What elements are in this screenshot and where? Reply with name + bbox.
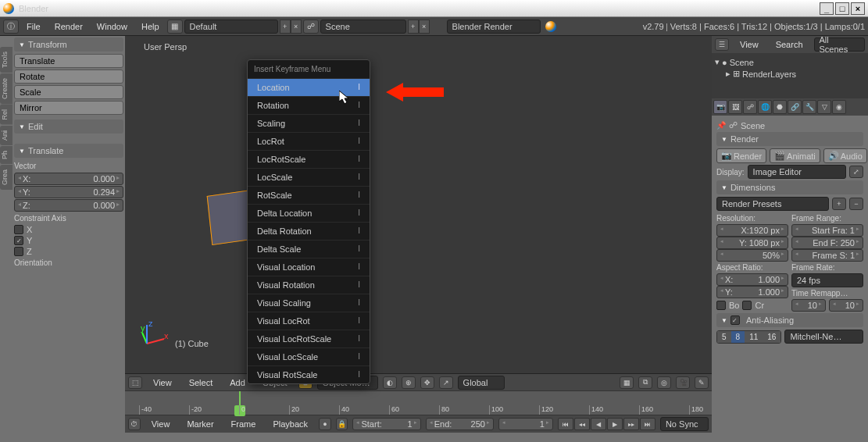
transform-panel-header[interactable]: Transform	[14, 37, 123, 52]
render-preview-icon[interactable]: 🎥	[676, 376, 690, 389]
editor-type-3dview-icon[interactable]: ⬚	[128, 376, 142, 389]
vector-x-field[interactable]: X:0.000	[14, 173, 123, 185]
keyframe-prev-button[interactable]: ◂◂	[574, 418, 590, 430]
kf-location[interactable]: LocationI	[248, 78, 370, 96]
vector-y-field[interactable]: Y:0.294	[14, 186, 123, 198]
timeline-ruler[interactable]: -40 -20 0 20 40 60 80 100 120 140 160 18…	[125, 390, 712, 415]
res-x-field[interactable]: X:1920 px	[716, 224, 788, 237]
tab-physics[interactable]: Ph	[0, 146, 13, 164]
vp-menu-select[interactable]: Select	[183, 378, 220, 387]
snap-icon[interactable]: ⧉	[638, 376, 652, 389]
tab-grease[interactable]: Grea	[0, 165, 13, 190]
tab-modifiers-icon[interactable]: 🔧	[802, 100, 816, 114]
autokey-icon[interactable]: ●	[319, 418, 331, 430]
menu-file[interactable]: File	[20, 22, 47, 31]
rotate-button[interactable]: Rotate	[14, 70, 123, 84]
jump-end-button[interactable]: ⏭	[640, 418, 655, 430]
layout-dropdown[interactable]: Default	[184, 20, 278, 34]
aa-panel-header[interactable]: ✓Anti-Aliasing	[716, 313, 863, 327]
tab-material-icon[interactable]: ◉	[832, 100, 846, 114]
res-y-field[interactable]: Y: 1080 px	[716, 237, 788, 249]
outliner-editor-icon[interactable]: ☰	[715, 38, 729, 51]
shading-icon[interactable]: ◐	[383, 376, 397, 389]
res-pct-field[interactable]: 50%	[716, 249, 788, 262]
aspect-y-field[interactable]: Y:1.000	[716, 286, 788, 298]
play-reverse-button[interactable]: ◀	[591, 418, 606, 430]
operator-panel-header[interactable]: Translate	[14, 144, 123, 158]
tab-object-icon[interactable]: ⬣	[773, 100, 787, 114]
sync-dropdown[interactable]: No Sync	[660, 417, 709, 431]
edit-panel-header[interactable]: Edit	[14, 119, 123, 134]
tl-menu-playback[interactable]: Playback	[266, 419, 314, 429]
jump-start-button[interactable]: ⏮	[558, 418, 573, 430]
tab-relations[interactable]: Rel	[0, 105, 13, 125]
crop-checkbox[interactable]: Cr	[742, 300, 764, 311]
preset-remove-icon[interactable]: −	[849, 198, 863, 210]
editor-type-icon[interactable]: ⓘ	[3, 20, 19, 34]
kf-scaling[interactable]: ScalingI	[248, 114, 370, 132]
constraint-z-checkbox[interactable]: Z	[14, 246, 123, 257]
tab-render-icon[interactable]: 📷	[713, 100, 727, 114]
pin-icon[interactable]: 📌	[716, 121, 726, 130]
layout-add-remove[interactable]: +×	[280, 20, 302, 34]
constraint-x-checkbox[interactable]: X	[14, 224, 123, 235]
kf-visual-locrotscale[interactable]: Visual LocRotScaleI	[248, 330, 370, 348]
fps-dropdown[interactable]: 24 fps	[791, 273, 863, 287]
outliner-filter-dropdown[interactable]: All Scenes	[814, 37, 865, 52]
tab-data-icon[interactable]: ▽	[817, 100, 831, 114]
play-button[interactable]: ▶	[607, 418, 623, 430]
kf-delta-rotation[interactable]: Delta RotationI	[248, 222, 370, 240]
scene-browse-icon[interactable]: ☍	[303, 20, 319, 34]
tl-menu-frame[interactable]: Frame	[225, 419, 263, 429]
close-button[interactable]: ×	[851, 2, 865, 15]
orientation-dropdown[interactable]: Global	[458, 376, 505, 390]
outliner-row-scene[interactable]: ▾●Scene	[715, 56, 865, 68]
remap-old-field[interactable]: 10	[791, 299, 826, 312]
kf-delta-scale[interactable]: Delta ScaleI	[248, 240, 370, 258]
tl-menu-marker[interactable]: Marker	[180, 419, 220, 429]
tab-world-icon[interactable]: 🌐	[758, 100, 772, 114]
remap-new-field[interactable]: 10	[829, 299, 863, 312]
aa-filter-dropdown[interactable]: Mitchell-Ne…	[784, 330, 863, 344]
tab-animation[interactable]: Ani	[0, 126, 13, 145]
scene-dropdown[interactable]: Scene	[320, 20, 406, 34]
maximize-button[interactable]: □	[835, 2, 849, 15]
pivot-icon[interactable]: ⊕	[402, 376, 416, 389]
tl-menu-view[interactable]: View	[145, 419, 177, 429]
tab-create[interactable]: Create	[0, 73, 13, 104]
menu-window[interactable]: Window	[91, 22, 134, 31]
render-button[interactable]: 📷Render	[716, 148, 766, 163]
kf-visual-rotation[interactable]: Visual RotationI	[248, 276, 370, 294]
kf-locrot[interactable]: LocRotI	[248, 132, 370, 150]
render-panel-header[interactable]: Render	[716, 132, 863, 146]
manipulator-move-icon[interactable]: ↗	[439, 376, 453, 389]
mirror-button[interactable]: Mirror	[14, 101, 123, 115]
kf-rotation[interactable]: RotationI	[248, 96, 370, 114]
start-frame-field[interactable]: Start:1	[352, 418, 420, 430]
preset-add-icon[interactable]: +	[832, 198, 846, 210]
kf-visual-rotscale[interactable]: Visual RotScaleI	[248, 365, 370, 383]
end-frame-prop[interactable]: End F: 250	[791, 237, 863, 249]
menu-render[interactable]: Render	[48, 22, 89, 31]
tab-scene-icon[interactable]: ☍	[743, 100, 757, 114]
aspect-x-field[interactable]: X:1.000	[716, 273, 788, 286]
kf-visual-locscale[interactable]: Visual LocScaleI	[248, 348, 370, 365]
dimensions-panel-header[interactable]: Dimensions	[716, 180, 863, 194]
layers-icon[interactable]: ▦	[620, 376, 634, 389]
aa-samples-segmented[interactable]: 581116	[716, 330, 781, 344]
current-frame-field[interactable]: 1	[498, 418, 553, 430]
tab-constraints-icon[interactable]: 🔗	[788, 100, 802, 114]
outliner-tree[interactable]: ▾●Scene ▸⊞RenderLayers	[712, 53, 868, 83]
render-presets-dropdown[interactable]: Render Presets	[716, 197, 829, 211]
end-frame-field[interactable]: End:250	[426, 418, 494, 430]
outliner-menu-search[interactable]: Search	[770, 40, 809, 49]
vector-z-field[interactable]: Z:0.000	[14, 199, 123, 212]
kf-locscale[interactable]: LocScaleI	[248, 168, 370, 186]
vp-menu-view[interactable]: View	[147, 378, 178, 387]
lock-icon[interactable]: 🔒	[336, 418, 348, 430]
scale-button[interactable]: Scale	[14, 85, 123, 99]
display-dropdown[interactable]: Image Editor	[748, 165, 846, 179]
screen-layout-icon[interactable]: ▦	[167, 20, 183, 34]
frame-step-prop[interactable]: Frame S: 1	[791, 249, 863, 262]
minimize-button[interactable]: _	[820, 2, 834, 15]
